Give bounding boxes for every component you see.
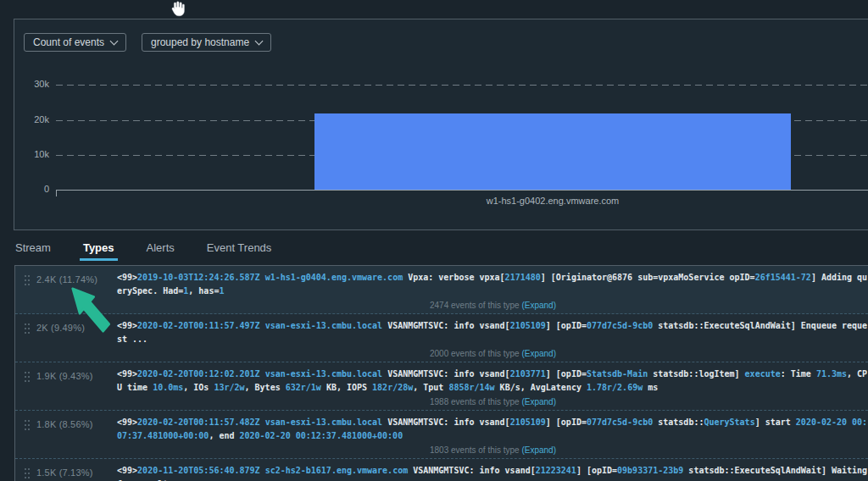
log-field-link[interactable]: 2171480 — [505, 273, 541, 282]
log-text: VSANMGMTSVC: info vsand[ — [382, 417, 510, 427]
expand-link[interactable]: (Expand) — [521, 397, 556, 406]
log-field-link[interactable]: 2020-02-20T00:11:57.497Z — [137, 321, 260, 330]
tab-alerts[interactable]: Alerts — [143, 241, 178, 261]
pointer-arrow-annotation — [70, 286, 110, 334]
log-text: ] [opID= — [576, 466, 617, 475]
chart-panel: Count of events grouped by hostname 30k … — [14, 19, 868, 230]
y-tick-label: 30k — [17, 79, 49, 89]
log-field-link[interactable]: 71.3ms — [816, 369, 847, 379]
log-text: VSANMGMTSVC: info vsand[ — [408, 466, 536, 475]
log-field-link[interactable]: execute — [745, 369, 781, 379]
y-tick-label: 20k — [17, 114, 49, 124]
log-text: Vpxa: verbose vpxa[ — [403, 273, 504, 282]
log-text: <99> — [117, 369, 137, 379]
log-text: VSANMGMTSVC: info vsand[ — [382, 369, 510, 379]
log-field-link[interactable]: vsan-esxi-13.cmbu.local — [265, 417, 382, 427]
log-field-link[interactable]: vsan-esxi-13.cmbu.local — [265, 321, 382, 330]
log-field-link[interactable]: 2103771 — [510, 369, 546, 379]
log-text: , Tput — [413, 383, 448, 392]
log-row[interactable]: 1.8K (8.56%)<99>2020-02-20T00:11:57.482Z… — [15, 411, 868, 459]
log-text: <99> — [117, 417, 137, 427]
x-axis-tick — [56, 190, 57, 196]
log-text: ] [opID= — [546, 369, 587, 379]
log-field-link[interactable]: 21223241 — [536, 466, 576, 475]
log-field-link[interactable]: 2020-02-20 00:12:37.481000+00:00 — [240, 431, 403, 440]
drag-handle-icon[interactable] — [25, 420, 26, 422]
log-text: <99> — [117, 321, 137, 330]
hand-cursor-icon — [168, 0, 186, 19]
log-field-link[interactable]: 2020-02-20T00:11:57.482Z — [137, 417, 260, 427]
log-text: KB/s, AvgLatency — [495, 383, 587, 392]
log-text: ] [opID= — [546, 417, 587, 427]
expand-link[interactable]: (Expand) — [521, 301, 556, 310]
log-field-link[interactable]: 182r/28w — [372, 383, 413, 392]
log-field-link[interactable]: 10.0ms — [153, 383, 183, 392]
log-field-link[interactable]: 2020-02-20T00:12:02.201Z — [137, 369, 260, 379]
tab-event-trends[interactable]: Event Trends — [203, 241, 275, 261]
log-field-link[interactable]: 26f15441-72 — [755, 273, 811, 282]
gridline-30k — [56, 85, 868, 86]
log-field-link[interactable]: vsan-esxi-13.cmbu.local — [265, 369, 382, 379]
count-of-events-label: Count of events — [33, 36, 104, 48]
drag-handle-icon[interactable] — [25, 323, 26, 325]
tab-types[interactable]: Types — [80, 241, 118, 261]
expand-link[interactable]: (Expand) — [521, 445, 556, 455]
type-count: 1.5K (7.13%) — [36, 467, 93, 478]
count-of-events-dropdown[interactable]: Count of events — [24, 33, 126, 52]
log-field-link[interactable]: 8858r/14w — [448, 383, 494, 392]
log-field-link[interactable]: QueryStats — [704, 417, 754, 427]
log-row[interactable]: 2K (9.49%)<99>2020-02-20T00:11:57.497Z v… — [15, 314, 868, 362]
chevron-down-icon — [110, 37, 119, 46]
log-text: ms — [643, 383, 658, 392]
y-tick-label: 10k — [17, 149, 49, 159]
log-text: statsdb::logItem] — [648, 369, 744, 379]
x-axis-label: w1-hs1-g0402.eng.vmware.com — [314, 196, 791, 206]
log-text: : Time — [781, 369, 816, 379]
log-text: VSANMGMTSVC: info vsand[ — [382, 321, 510, 330]
log-field-link[interactable]: 2020-11-20T05:56:40.879Z — [137, 466, 260, 475]
log-field-link[interactable]: 1.78r/2.69w — [587, 383, 643, 392]
drag-handle-icon[interactable] — [25, 275, 26, 277]
log-message: <99>2020-11-20T05:56:40.879Z sc2-hs2-b16… — [117, 464, 868, 481]
type-count: 1.8K (8.56%) — [36, 419, 93, 429]
log-text: , end — [209, 431, 239, 440]
events-note: 1988 events of this type (Expand) — [117, 395, 868, 410]
expand-link[interactable]: (Expand) — [521, 349, 556, 358]
events-note-text: 1803 events of this type — [430, 445, 521, 455]
drag-handle-icon[interactable] — [25, 372, 26, 373]
log-field-link[interactable]: w1-hs1-g0404.eng.vmware.com — [265, 273, 403, 282]
log-text: , IOs — [183, 383, 214, 392]
events-note-text: 2000 events of this type — [430, 349, 521, 358]
log-text: statsdb:: — [653, 417, 704, 427]
log-field-link[interactable]: 1 — [219, 286, 224, 296]
log-message: <99>2020-02-20T00:11:57.497Z vsan-esxi-1… — [117, 319, 868, 346]
group-by-dropdown[interactable]: grouped by hostname — [142, 33, 271, 52]
log-field-link[interactable]: 09b93371-23b9 — [617, 466, 683, 475]
log-row[interactable]: 1.5K (7.13%)<99>2020-11-20T05:56:40.879Z… — [15, 459, 868, 481]
log-text: KB, IOPS — [321, 383, 372, 392]
log-field-link[interactable]: 2105109 — [510, 321, 546, 330]
log-field-link[interactable]: 077d7c5d-9cb0 — [587, 417, 653, 427]
log-message: <99>2020-02-20T00:12:02.201Z vsan-esxi-1… — [117, 368, 868, 395]
events-note: 1803 events of this type (Expand) — [117, 443, 868, 458]
log-field-link[interactable]: 077d7c5d-9cb0 — [587, 321, 653, 330]
log-row[interactable]: 2.4K (11.74%)<99>2019-10-03T12:24:26.587… — [15, 266, 868, 314]
tab-stream[interactable]: Stream — [12, 241, 54, 261]
chevron-down-icon — [255, 37, 264, 46]
log-text: <99> — [117, 273, 137, 282]
chart-bar[interactable] — [314, 113, 791, 190]
log-field-link[interactable]: 2105109 — [510, 417, 546, 427]
log-message: <99>2019-10-03T12:24:26.587Z w1-hs1-g040… — [117, 271, 868, 298]
log-field-link[interactable]: 632r/1w — [286, 383, 321, 392]
events-note: 2000 events of this type (Expand) — [117, 346, 868, 362]
group-by-label: grouped by hostname — [151, 36, 249, 48]
log-field-link[interactable]: 2019-10-03T12:24:26.587Z — [137, 273, 260, 282]
log-field-link[interactable]: 13r/2w — [214, 383, 244, 392]
drag-handle-icon[interactable] — [25, 468, 26, 470]
type-count: 2.4K (11.74%) — [36, 274, 97, 285]
log-text: ] start — [755, 417, 796, 427]
log-field-link[interactable]: sc2-hs2-b1617.eng.vmware.com — [265, 466, 409, 475]
log-row[interactable]: 1.9K (9.43%)<99>2020-02-20T00:12:02.201Z… — [15, 362, 868, 411]
events-note-text: 1988 events of this type — [430, 397, 521, 406]
log-field-link[interactable]: Statsdb-Main — [587, 369, 648, 379]
